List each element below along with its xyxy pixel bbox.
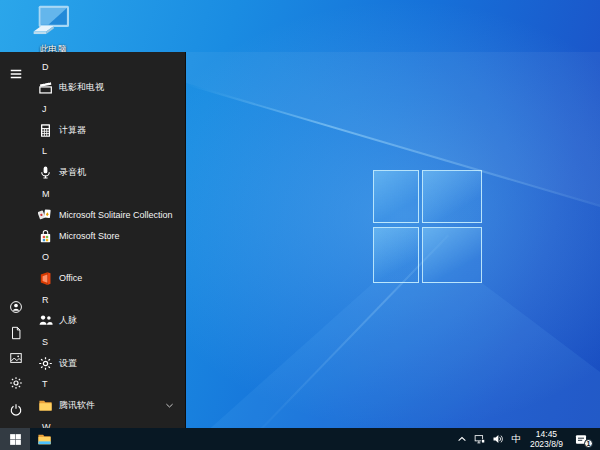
logo-pane bbox=[373, 227, 419, 283]
app-item[interactable]: 设置 bbox=[32, 353, 185, 374]
app-item-label: 录音机 bbox=[59, 166, 86, 179]
chevron-down-icon[interactable] bbox=[164, 400, 175, 411]
app-section-header-S[interactable]: S bbox=[32, 331, 185, 352]
app-item[interactable]: Microsoft Solitaire Collection bbox=[32, 204, 185, 225]
file-explorer-button[interactable] bbox=[30, 428, 59, 450]
logo-pane bbox=[422, 170, 482, 223]
app-item[interactable]: 计算器 bbox=[32, 120, 185, 141]
network-icon bbox=[474, 433, 486, 445]
solitaire-icon bbox=[38, 207, 53, 222]
app-item[interactable]: Microsoft Store bbox=[32, 226, 185, 247]
app-item[interactable]: 腾讯软件 bbox=[32, 395, 185, 416]
start-menu-rail bbox=[0, 52, 32, 428]
logo-pane bbox=[422, 227, 482, 283]
section-header-label: R bbox=[42, 295, 49, 305]
clock-date: 2023/8/9 bbox=[530, 439, 563, 449]
section-header-label: M bbox=[42, 189, 50, 199]
volume-button[interactable] bbox=[489, 428, 507, 450]
app-section-header-L[interactable]: L bbox=[32, 141, 185, 162]
clock[interactable]: 14:45 2023/8/9 bbox=[525, 429, 568, 449]
section-header-label: O bbox=[42, 252, 49, 262]
section-header-label: S bbox=[42, 337, 48, 347]
app-section-header-R[interactable]: R bbox=[32, 289, 185, 310]
start-menu-app-list: D电影和电视J计算器L录音机MMicrosoft Solitaire Colle… bbox=[32, 56, 185, 428]
app-item-label: 人脉 bbox=[59, 314, 77, 327]
pictures-button[interactable] bbox=[0, 344, 32, 372]
folder-icon bbox=[38, 398, 53, 413]
user-profile-button[interactable] bbox=[0, 293, 32, 321]
logo-pane bbox=[373, 170, 419, 223]
start-button[interactable] bbox=[0, 428, 30, 450]
calculator-icon bbox=[38, 123, 53, 138]
notification-badge: 1 bbox=[584, 439, 593, 448]
clock-time: 14:45 bbox=[530, 429, 563, 439]
voice-recorder-icon bbox=[38, 165, 53, 180]
app-section-header-D[interactable]: D bbox=[32, 56, 185, 77]
app-section-header-M[interactable]: M bbox=[32, 183, 185, 204]
network-button[interactable] bbox=[471, 428, 489, 450]
desktop: 此电脑 D电影和电视J计算器L录音机MMicrosoft Solitaire C… bbox=[0, 0, 600, 450]
section-header-label: T bbox=[42, 379, 48, 389]
gear-icon bbox=[38, 356, 53, 371]
app-item-label: 设置 bbox=[59, 357, 77, 370]
app-item-label: Office bbox=[59, 273, 82, 283]
documents-button[interactable] bbox=[0, 319, 32, 347]
office-icon bbox=[38, 271, 53, 286]
expand-menu-button[interactable] bbox=[0, 60, 32, 88]
file-explorer-icon bbox=[37, 432, 52, 447]
power-icon bbox=[9, 403, 23, 417]
app-item[interactable]: Office bbox=[32, 268, 185, 289]
taskbar: 中 14:45 2023/8/9 1 bbox=[0, 428, 600, 450]
movies-tv-icon bbox=[38, 80, 53, 95]
app-section-header-J[interactable]: J bbox=[32, 98, 185, 119]
volume-icon bbox=[492, 433, 504, 445]
pictures-icon bbox=[9, 351, 23, 365]
app-item[interactable]: 录音机 bbox=[32, 162, 185, 183]
system-tray: 中 14:45 2023/8/9 1 bbox=[453, 428, 596, 450]
section-header-label: L bbox=[42, 146, 47, 156]
document-icon bbox=[9, 326, 23, 340]
app-item-label: 腾讯软件 bbox=[59, 399, 95, 412]
start-menu: D电影和电视J计算器L录音机MMicrosoft Solitaire Colle… bbox=[0, 52, 186, 428]
desktop-icon-this-pc[interactable]: 此电脑 bbox=[22, 5, 84, 56]
user-icon bbox=[9, 300, 23, 314]
gear-icon bbox=[9, 376, 23, 390]
app-item-label: Microsoft Solitaire Collection bbox=[59, 210, 173, 220]
chevron-up-icon bbox=[456, 433, 468, 445]
app-item-label: Microsoft Store bbox=[59, 231, 120, 241]
app-item-label: 计算器 bbox=[59, 124, 86, 137]
app-item[interactable]: 人脉 bbox=[32, 310, 185, 331]
ime-indicator[interactable]: 中 bbox=[507, 428, 525, 450]
app-item[interactable]: 电影和电视 bbox=[32, 77, 185, 98]
windows-logo-icon bbox=[9, 433, 22, 446]
people-icon bbox=[38, 313, 53, 328]
this-pc-icon bbox=[32, 5, 74, 37]
settings-button[interactable] bbox=[0, 369, 32, 397]
windows-logo-wallpaper bbox=[373, 170, 482, 283]
power-button[interactable] bbox=[0, 396, 32, 424]
section-header-label: J bbox=[42, 104, 47, 114]
hidden-icons-button[interactable] bbox=[453, 428, 471, 450]
app-section-header-T[interactable]: T bbox=[32, 374, 185, 395]
store-icon bbox=[38, 229, 53, 244]
hamburger-icon bbox=[9, 67, 23, 81]
app-section-header-W[interactable]: W bbox=[32, 416, 185, 428]
app-item-label: 电影和电视 bbox=[59, 81, 104, 94]
app-section-header-O[interactable]: O bbox=[32, 247, 185, 268]
action-center-button[interactable]: 1 bbox=[568, 428, 596, 450]
section-header-label: D bbox=[42, 62, 49, 72]
